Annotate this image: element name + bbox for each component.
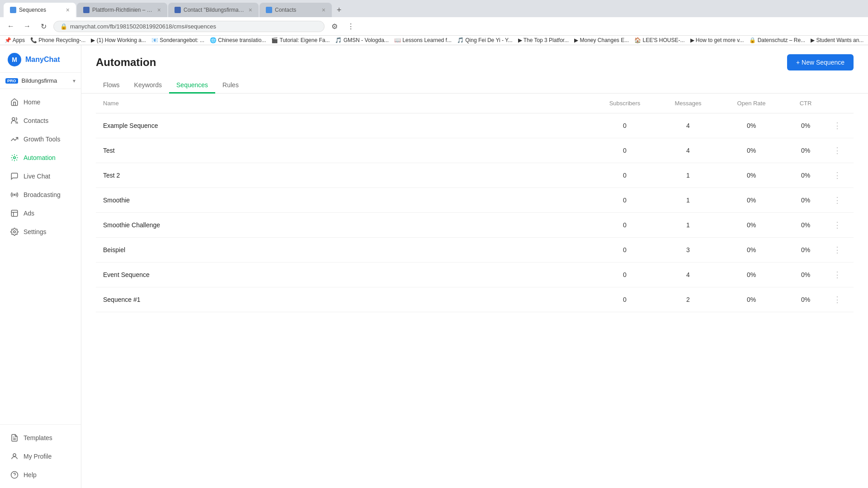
row-actions-button[interactable]: ⋮ <box>828 121 846 131</box>
cell-name: Test 2 <box>103 172 593 179</box>
row-actions-button[interactable]: ⋮ <box>828 195 846 205</box>
sidebar-item-live-chat[interactable]: Live Chat <box>3 167 78 185</box>
cell-messages: 2 <box>656 296 720 303</box>
browser-tab-contacts[interactable]: Contacts × <box>259 3 332 17</box>
tab-label: Sequences <box>19 7 46 13</box>
col-header-subscribers: Subscribers <box>593 100 656 107</box>
browser-tab-platform[interactable]: Plattform-Richtlinien – Übers... × <box>77 3 167 17</box>
bookmark-8[interactable]: 🎵 Qing Fei De Yi - Y... <box>457 37 513 43</box>
sidebar-bottom: Templates My Profile Help <box>0 424 81 488</box>
sidebar-item-contacts[interactable]: Contacts <box>3 112 78 130</box>
cell-open-rate: 0% <box>720 147 783 154</box>
bookmark-4[interactable]: 🌐 Chinese translatio... <box>210 37 266 43</box>
bookmark-14[interactable]: ▶ Student Wants an... <box>811 37 863 43</box>
new-sequence-button[interactable]: + New Sequence <box>787 54 854 70</box>
cell-ctr: 0% <box>783 246 828 253</box>
cell-ctr: 0% <box>783 147 828 154</box>
table-row[interactable]: Smoothie 0 1 0% 0% ⋮ <box>96 188 854 213</box>
cell-name: Test <box>103 147 593 154</box>
sidebar-item-label: Growth Tools <box>24 136 60 143</box>
extensions-button[interactable]: ⚙ <box>328 20 341 33</box>
forward-button[interactable]: → <box>21 20 33 33</box>
bookmark-2[interactable]: ▶ (1) How Working a... <box>91 37 146 43</box>
table-row[interactable]: Test 0 4 0% 0% ⋮ <box>96 138 854 163</box>
row-actions-button[interactable]: ⋮ <box>828 145 846 155</box>
sidebar-item-templates[interactable]: Templates <box>3 429 78 447</box>
row-actions-button[interactable]: ⋮ <box>828 170 846 180</box>
sidebar-item-automation[interactable]: Automation <box>3 149 78 167</box>
table-row[interactable]: Smoothie Challenge 0 1 0% 0% ⋮ <box>96 213 854 238</box>
row-actions-button[interactable]: ⋮ <box>828 270 846 280</box>
bookmark-3[interactable]: 📧 Sonderangebot: ... <box>151 37 204 43</box>
sidebar-item-my-profile[interactable]: My Profile <box>3 447 78 465</box>
bookmark-5[interactable]: 🎬 Tutorial: Eigene Fa... <box>271 37 330 43</box>
tab-close-icon[interactable]: × <box>157 6 161 14</box>
back-button[interactable]: ← <box>5 20 17 33</box>
table-row[interactable]: Beispiel 0 3 0% 0% ⋮ <box>96 238 854 263</box>
sidebar-item-label: My Profile <box>24 453 52 460</box>
workspace-selector[interactable]: PRO Bildungsfirma ▾ <box>0 73 81 89</box>
cell-ctr: 0% <box>783 221 828 229</box>
table-row[interactable]: Sequence #1 0 2 0% 0% ⋮ <box>96 287 854 312</box>
sidebar: M ManyChat PRO Bildungsfirma ▾ Home Cont… <box>0 45 81 488</box>
sidebar-item-settings[interactable]: Settings <box>3 223 78 241</box>
sidebar-item-broadcasting[interactable]: Broadcasting <box>3 186 78 204</box>
main-header: Automation + New Sequence Flows Keywords… <box>81 45 868 94</box>
tab-keywords[interactable]: Keywords <box>127 78 169 94</box>
cell-messages: 1 <box>656 221 720 229</box>
workspace-chevron-icon: ▾ <box>73 78 75 84</box>
sidebar-item-help[interactable]: Help <box>3 466 78 484</box>
row-actions-button[interactable]: ⋮ <box>828 245 846 255</box>
tab-sequences[interactable]: Sequences <box>169 78 215 94</box>
bookmark-9[interactable]: ▶ The Top 3 Platfor... <box>518 37 569 43</box>
address-bar[interactable]: 🔒 manychat.com/fb/19815020819920618/cms#… <box>53 21 325 32</box>
cell-ctr: 0% <box>783 122 828 129</box>
bookmark-6[interactable]: 🎵 GMSN - Vologda... <box>335 37 388 43</box>
sequences-table: Name Subscribers Messages Open Rate CTR … <box>96 94 854 312</box>
reload-button[interactable]: ↻ <box>37 20 50 33</box>
menu-button[interactable]: ⋮ <box>344 20 357 33</box>
ads-icon <box>10 209 19 218</box>
table-row[interactable]: Example Sequence 0 4 0% 0% ⋮ <box>96 113 854 138</box>
tab-rules[interactable]: Rules <box>215 78 246 94</box>
svg-rect-5 <box>11 210 18 216</box>
bookmark-apps[interactable]: 📌 Apps <box>5 37 25 43</box>
tab-favicon <box>175 7 181 13</box>
bookmark-13[interactable]: 🔒 Datenschutz – Re... <box>749 37 805 43</box>
my-profile-icon <box>10 452 19 461</box>
sidebar-item-growth-tools[interactable]: Growth Tools <box>3 130 78 148</box>
growth-tools-icon <box>10 135 19 144</box>
bookmark-7[interactable]: 📖 Lessons Learned f... <box>394 37 452 43</box>
manychat-logo-icon: M <box>7 52 22 67</box>
bookmark-1[interactable]: 📞 Phone Recycling-... <box>30 37 85 43</box>
table-row[interactable]: Event Sequence 0 4 0% 0% ⋮ <box>96 263 854 287</box>
col-header-name: Name <box>103 100 593 107</box>
cell-open-rate: 0% <box>720 221 783 229</box>
cell-messages: 4 <box>656 147 720 154</box>
sidebar-item-ads[interactable]: Ads <box>3 204 78 222</box>
browser-tab-sequences[interactable]: Sequences × <box>4 3 76 17</box>
sidebar-item-label: Home <box>24 99 40 106</box>
tab-flows[interactable]: Flows <box>96 78 127 94</box>
bookmark-10[interactable]: ▶ Money Changes E... <box>574 37 629 43</box>
page-tabs: Flows Keywords Sequences Rules <box>96 78 854 93</box>
cell-name: Event Sequence <box>103 271 593 278</box>
row-actions-button[interactable]: ⋮ <box>828 295 846 305</box>
table-body: Example Sequence 0 4 0% 0% ⋮ Test 0 4 0%… <box>96 113 854 312</box>
tab-close-icon[interactable]: × <box>249 6 252 14</box>
table-row[interactable]: Test 2 0 1 0% 0% ⋮ <box>96 163 854 188</box>
sidebar-item-label: Contacts <box>24 117 48 124</box>
cell-messages: 3 <box>656 246 720 253</box>
tab-favicon <box>266 7 272 13</box>
sidebar-item-label: Settings <box>24 228 47 235</box>
new-tab-button[interactable]: + <box>333 4 345 16</box>
row-actions-button[interactable]: ⋮ <box>828 220 846 230</box>
sidebar-item-home[interactable]: Home <box>3 93 78 111</box>
tab-close-icon[interactable]: × <box>66 6 70 14</box>
browser-tab-contact[interactable]: Contact "Bildungsfirma" thro... × <box>168 3 259 17</box>
sidebar-item-label: Help <box>24 471 37 479</box>
tab-close-icon[interactable]: × <box>322 6 326 14</box>
browser-chrome: Sequences × Plattform-Richtlinien – Über… <box>0 0 868 17</box>
bookmark-12[interactable]: ▶ How to get more v... <box>690 37 744 43</box>
bookmark-11[interactable]: 🏠 LEE'S HOUSE-... <box>634 37 684 43</box>
